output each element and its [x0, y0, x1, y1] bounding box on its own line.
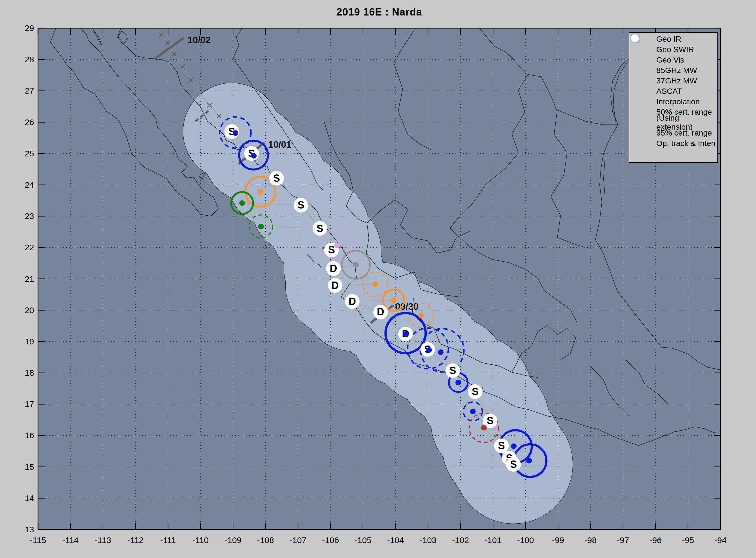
x-tick-label: -109	[224, 535, 241, 545]
fix-center-dot-ascat	[258, 224, 264, 229]
mw85-dot-on-track	[251, 153, 256, 159]
op-intensity-letter: S	[273, 173, 280, 184]
fix-center-dot-geo_swir	[391, 297, 396, 303]
fix-center-dot-mw37	[334, 243, 340, 248]
legend-item: 37GHz MW	[629, 76, 718, 86]
legend-item-label: Geo SWIR	[656, 45, 694, 54]
x-tick-label: -115	[30, 535, 46, 545]
fix-center-dot-geo_ir	[481, 425, 487, 431]
x-tick-label: -100	[517, 535, 534, 545]
fix-center-dot-mw85	[526, 458, 532, 463]
fix-center-dot-mw85	[456, 380, 461, 385]
y-tick-label: 21	[25, 274, 34, 283]
op-intensity-letter: D	[349, 296, 356, 307]
x-tick-label: -99	[552, 535, 564, 545]
x-tick-label: -94	[714, 535, 726, 545]
legend-item: (Using extension)	[629, 117, 718, 128]
op-intensity-letter: D	[331, 280, 339, 291]
y-tick-label: 13	[25, 525, 34, 534]
y-tick-label: 18	[25, 368, 34, 377]
legend-item-label: Geo Vis	[656, 55, 684, 65]
x-tick-label: -102	[452, 535, 469, 545]
y-tick-label: 28	[25, 55, 34, 64]
y-tick-label: 23	[25, 211, 34, 221]
op-intensity-letter: S	[498, 440, 505, 452]
legend-item-label: 85GHz MW	[656, 66, 697, 75]
op-intensity-letter: S	[487, 415, 493, 426]
x-tick-label: -107	[290, 535, 306, 545]
y-tick-label: 24	[25, 180, 34, 189]
legend-item: Geo IR	[629, 34, 718, 44]
y-tick-label: 25	[25, 149, 34, 158]
legend-item-label: Op. track & Inten	[656, 139, 716, 148]
plot-title: 2019 16E : Narda	[38, 6, 721, 18]
legend: Geo IRGeo SWIRGeo Vis85GHz MW37GHz MWASC…	[629, 32, 718, 163]
y-tick-label: 14	[25, 493, 34, 503]
y-tick-label: 19	[25, 337, 34, 346]
legend-item-label: ASCAT	[656, 87, 682, 96]
x-tick-label: -103	[420, 535, 437, 545]
fix-center-dot-mw85	[438, 350, 443, 355]
x-tick-label: -111	[160, 535, 176, 545]
op-intensity-letter: S	[328, 244, 335, 256]
legend-item-label: Interpolation	[656, 97, 700, 106]
mw85-dot-on-track	[233, 130, 238, 136]
mw85-dot-on-track	[403, 331, 408, 337]
op-intensity-letter: S	[472, 386, 479, 397]
y-tick-label: 22	[25, 243, 34, 252]
op-intensity-letter: D	[377, 306, 384, 318]
x-tick-label: -112	[127, 535, 144, 545]
fix-center-dot-interp	[353, 262, 358, 268]
legend-item: 95% cert. range	[629, 128, 718, 138]
y-tick-label: 27	[25, 86, 34, 95]
legend-item-label: 37GHz MW	[656, 76, 697, 85]
legend-item: Op. track & Inten	[629, 138, 718, 149]
y-tick-label: 16	[25, 431, 34, 440]
x-tick-label: -98	[585, 535, 597, 545]
x-tick-label: -108	[257, 535, 274, 545]
y-tick-label: 17	[25, 399, 34, 409]
legend-item: 85GHz MW	[629, 65, 718, 76]
fix-center-dot-geo_swir	[418, 313, 424, 319]
x-tick-label: -106	[322, 535, 339, 545]
legend-item: Geo SWIR	[629, 44, 718, 55]
op-intensity-letter: S	[316, 223, 323, 234]
legend-item: Interpolation	[629, 96, 718, 107]
op-intensity-letter: S	[297, 199, 304, 211]
y-tick-label: 15	[25, 462, 34, 472]
legend-item: Geo Vis	[629, 55, 718, 65]
x-tick-label: -113	[95, 535, 111, 545]
op-intensity-letter: S	[510, 458, 517, 470]
mw85-dot-on-track	[426, 347, 432, 353]
x-tick-label: -97	[617, 535, 629, 545]
x-tick-label: -104	[387, 535, 404, 545]
figure-root: -115-114-113-112-111-110-109-108-107-106…	[0, 0, 756, 558]
x-tick-label: -110	[192, 535, 209, 545]
x-tick-label: -96	[650, 535, 662, 545]
fix-center-dot-ascat	[239, 200, 245, 206]
x-tick-label: -105	[355, 535, 372, 545]
fix-center-dot-geo_swir	[258, 189, 263, 195]
legend-item-label: 95% cert. range	[656, 128, 712, 137]
fix-center-dot-mw85	[470, 409, 476, 414]
date-label: 10/01	[268, 139, 292, 150]
x-tick-label: -101	[484, 535, 502, 545]
y-tick-label: 26	[25, 118, 34, 127]
x-tick-label: -95	[682, 535, 694, 545]
op-intensity-letter: S	[449, 365, 456, 376]
x-tick-label: -114	[62, 535, 79, 545]
fix-center-dot-mw85	[511, 443, 517, 449]
legend-item-label: Geo IR	[656, 35, 681, 44]
y-tick-label: 20	[25, 305, 34, 315]
fix-center-dot-geo_swir	[373, 281, 378, 287]
op-intensity-letter: D	[330, 263, 337, 274]
date-label: 10/02	[188, 35, 211, 45]
legend-item: ASCAT	[629, 86, 718, 96]
y-tick-label: 29	[25, 23, 34, 33]
